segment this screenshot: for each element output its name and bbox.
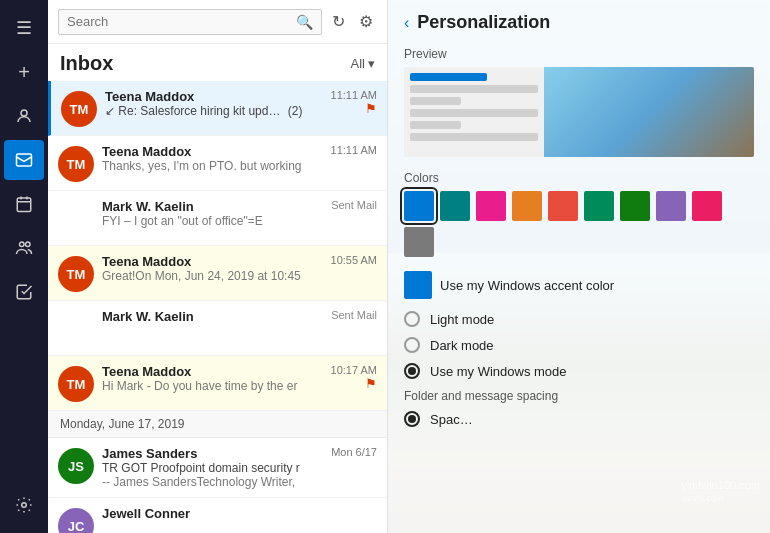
preview-line-2	[410, 97, 461, 105]
sidebar-compose[interactable]: +	[4, 52, 44, 92]
windows-mode-label: Use my Windows mode	[430, 364, 567, 379]
refresh-icon[interactable]: ↻	[328, 8, 349, 35]
color-swatch-magenta[interactable]	[692, 191, 722, 221]
email-item[interactable]: JS James Sanders TR GOT Proofpoint domai…	[48, 438, 387, 498]
avatar: TM	[58, 256, 94, 292]
dark-mode-radio[interactable]	[404, 337, 420, 353]
spacing-radio[interactable]	[404, 411, 420, 427]
email-item[interactable]: JC Jewell Conner	[48, 498, 387, 533]
color-swatch-blue[interactable]	[404, 191, 434, 221]
email-sent: Sent Mail	[331, 309, 377, 321]
email-content: Teena Maddox Great!On Mon, Jun 24, 2019 …	[102, 254, 325, 283]
email-meta: 10:17 AM ⚑	[331, 364, 377, 391]
personalization-panel: ‹ Personalization Preview Colors	[388, 0, 770, 533]
preview-line-4	[410, 121, 461, 129]
email-meta: Sent Mail	[331, 309, 377, 321]
search-bar: 🔍 ↻ ⚙	[48, 0, 387, 44]
email-item[interactable]: TM Teena Maddox ↙ Re: Salesforce hiring …	[48, 81, 387, 136]
sidebar-hamburger[interactable]: ☰	[4, 8, 44, 48]
color-swatch-pink[interactable]	[476, 191, 506, 221]
preview-left	[404, 67, 544, 157]
email-content: Teena Maddox ↙ Re: Salesforce hiring kit…	[105, 89, 325, 118]
email-time: 11:11 AM	[331, 144, 377, 156]
sidebar-user[interactable]	[4, 96, 44, 136]
email-sender: Mark W. Kaelin	[102, 199, 325, 214]
color-swatch-purple[interactable]	[656, 191, 686, 221]
filter-icon[interactable]: ⚙	[355, 8, 377, 35]
inbox-title: Inbox	[60, 52, 113, 75]
light-mode-option[interactable]: Light mode	[404, 311, 754, 327]
email-sent: Sent Mail	[331, 199, 377, 211]
email-time: 10:55 AM	[331, 254, 377, 266]
search-input-wrap[interactable]: 🔍	[58, 9, 322, 35]
email-content: Teena Maddox Hi Mark - Do you have time …	[102, 364, 325, 393]
sidebar-settings[interactable]	[4, 485, 44, 525]
spacing-label: Spac…	[430, 412, 473, 427]
light-mode-radio[interactable]	[404, 311, 420, 327]
email-list: TM Teena Maddox ↙ Re: Salesforce hiring …	[48, 81, 387, 533]
spacing-option[interactable]: Spac…	[404, 411, 754, 427]
email-meta: 11:11 AM ⚑	[331, 89, 377, 116]
email-item[interactable]: Mark W. Kaelin FYI – I got an "out of of…	[48, 191, 387, 246]
sidebar-mail[interactable]	[4, 140, 44, 180]
inbox-filter[interactable]: All ▾	[351, 56, 375, 71]
email-item[interactable]: TM Teena Maddox Hi Mark - Do you have ti…	[48, 356, 387, 411]
email-flag-icon: ⚑	[365, 101, 377, 116]
email-meta: Mon 6/17	[331, 446, 377, 458]
dark-mode-option[interactable]: Dark mode	[404, 337, 754, 353]
email-content: James Sanders TR GOT Proofpoint domain s…	[102, 446, 325, 489]
back-button[interactable]: ‹	[404, 14, 409, 32]
email-meta: Sent Mail	[331, 199, 377, 211]
color-swatch-green2[interactable]	[584, 191, 614, 221]
avatar: TM	[58, 146, 94, 182]
email-flag-icon: ⚑	[365, 376, 377, 391]
avatar: TM	[58, 366, 94, 402]
panel-header: ‹ Personalization	[404, 12, 754, 33]
color-swatch-teal[interactable]	[440, 191, 470, 221]
email-sender: Jewell Conner	[102, 506, 377, 521]
email-item[interactable]: TM Teena Maddox Thanks, yes, I'm on PTO.…	[48, 136, 387, 191]
panel-title: Personalization	[417, 12, 550, 33]
svg-rect-1	[17, 154, 32, 166]
color-grid	[404, 191, 754, 257]
preview-right	[544, 67, 754, 157]
preview-label: Preview	[404, 47, 754, 61]
email-subject: TR GOT Proofpoint domain security r	[102, 461, 325, 475]
sidebar-people[interactable]	[4, 228, 44, 268]
email-time: 11:11 AM	[331, 89, 377, 101]
email-item[interactable]: TM Teena Maddox Great!On Mon, Jun 24, 20…	[48, 246, 387, 301]
color-swatch-green[interactable]	[620, 191, 650, 221]
mail-panel: 🔍 ↻ ⚙ Inbox All ▾ TM Teena Maddox ↙ Re: …	[48, 0, 388, 533]
search-input[interactable]	[67, 14, 296, 29]
avatar: JS	[58, 448, 94, 484]
color-swatch-orange[interactable]	[512, 191, 542, 221]
sidebar-calendar[interactable]	[4, 184, 44, 224]
avatar: JC	[58, 508, 94, 533]
color-swatch-gray[interactable]	[404, 227, 434, 257]
email-sender: Teena Maddox	[102, 254, 325, 269]
right-panel: ‹ Personalization Preview Colors	[388, 0, 770, 533]
email-meta: 11:11 AM	[331, 144, 377, 156]
preview-box	[404, 67, 754, 157]
color-swatch-red[interactable]	[548, 191, 578, 221]
email-content: Mark W. Kaelin	[102, 309, 325, 324]
email-item[interactable]: Mark W. Kaelin Sent Mail	[48, 301, 387, 356]
windows-mode-radio[interactable]	[404, 363, 420, 379]
accent-option[interactable]: Use my Windows accent color	[404, 271, 754, 299]
sidebar-tasks[interactable]	[4, 272, 44, 312]
email-sender: Mark W. Kaelin	[102, 309, 325, 324]
light-mode-label: Light mode	[430, 312, 494, 327]
email-time: 10:17 AM	[331, 364, 377, 376]
search-icon[interactable]: 🔍	[296, 14, 313, 30]
svg-point-8	[22, 503, 27, 508]
preview-line-blue	[410, 73, 487, 81]
svg-point-0	[21, 110, 27, 116]
sidebar: ☰ +	[0, 0, 48, 533]
email-preview: -- James SandersTechnology Writer,	[102, 475, 325, 489]
accent-swatch	[404, 271, 432, 299]
folder-spacing-label: Folder and message spacing	[404, 389, 754, 403]
email-sender: Teena Maddox	[102, 144, 325, 159]
date-separator: Monday, June 17, 2019	[48, 411, 387, 438]
windows-mode-option[interactable]: Use my Windows mode	[404, 363, 754, 379]
svg-point-6	[20, 242, 25, 247]
